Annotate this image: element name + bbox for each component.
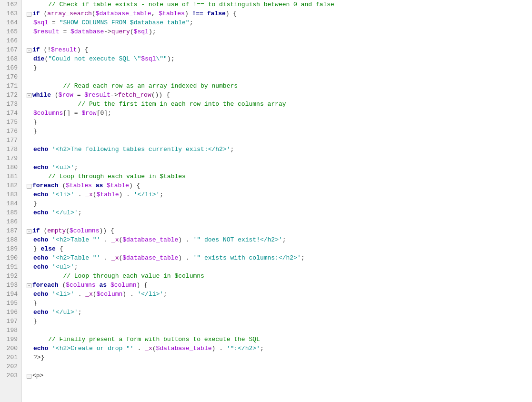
token-plain: [] = bbox=[63, 109, 81, 118]
token-cm: // Loop through each value in $tables bbox=[33, 172, 186, 181]
token-plain bbox=[203, 9, 207, 18]
token-plain: ) bbox=[185, 9, 192, 18]
line-number: 191 bbox=[2, 262, 18, 271]
token-str: '":</h2>' bbox=[227, 344, 260, 353]
line-number: 195 bbox=[2, 299, 18, 308]
line-number: 202 bbox=[2, 362, 18, 371]
token-fn: fetch_row bbox=[118, 90, 151, 100]
line-number: 186 bbox=[2, 217, 18, 226]
code-editor: 1621631641651661671681691701711721731741… bbox=[0, 0, 532, 402]
token-plain: } bbox=[33, 299, 37, 308]
line-number: 174 bbox=[2, 109, 18, 118]
fold-marker[interactable]: - bbox=[27, 45, 31, 54]
token-plain bbox=[103, 181, 107, 190]
line-number: 165 bbox=[2, 27, 18, 36]
code-line: echo '<h2>The following tables currently… bbox=[27, 145, 532, 154]
token-plain: <p> bbox=[32, 371, 43, 380]
token-plain: ( bbox=[40, 226, 48, 235]
code-line bbox=[27, 72, 532, 81]
token-plain bbox=[96, 281, 100, 290]
fold-marker[interactable]: - bbox=[27, 371, 31, 380]
line-number: 185 bbox=[2, 208, 18, 217]
code-line: } else { bbox=[27, 244, 532, 253]
code-line: echo '<li>' . _x($table) . '</li>'; bbox=[27, 190, 532, 199]
token-var: $columns bbox=[70, 226, 99, 235]
code-line: -foreach ($columns as $column) { bbox=[27, 281, 532, 290]
line-number: 162 bbox=[2, 0, 18, 9]
token-plain: } bbox=[41, 353, 45, 362]
token-kw: echo bbox=[33, 145, 48, 154]
token-cm: // Check if table exists - note use of !… bbox=[33, 0, 334, 9]
token-str: '<h2>The following tables currently exis… bbox=[52, 145, 230, 154]
code-line: echo '<ul>'; bbox=[27, 163, 532, 172]
token-cm: // Read each row as an array indexed by … bbox=[33, 81, 238, 90]
token-plain bbox=[48, 190, 52, 199]
line-number: 192 bbox=[2, 271, 18, 281]
token-var: $sql bbox=[141, 54, 156, 63]
token-plain: ( bbox=[59, 181, 66, 190]
line-number: 182 bbox=[2, 181, 18, 190]
code-line: } bbox=[27, 63, 532, 72]
code-area[interactable]: // Check if table exists - note use of !… bbox=[22, 0, 532, 402]
token-var: $database bbox=[70, 27, 104, 36]
token-var: $database_table bbox=[122, 235, 178, 244]
code-line: echo '</ul>'; bbox=[27, 308, 532, 317]
fold-marker[interactable]: - bbox=[27, 9, 31, 18]
line-number: 166 bbox=[2, 36, 18, 45]
code-line bbox=[27, 154, 532, 163]
line-number: 178 bbox=[2, 145, 18, 154]
token-kw: as bbox=[99, 281, 107, 290]
code-line: $sql = "SHOW COLUMNS FROM $database_tabl… bbox=[27, 18, 532, 27]
token-plain: ; bbox=[74, 163, 78, 172]
token-plain: , bbox=[151, 9, 159, 18]
token-str: '" exists with columns:</h2>' bbox=[193, 253, 301, 262]
code-line bbox=[27, 136, 532, 145]
code-line: } bbox=[27, 317, 532, 326]
token-plain bbox=[48, 235, 52, 244]
token-plain: ) { bbox=[77, 45, 88, 54]
token-var: $row bbox=[81, 109, 96, 118]
code-line bbox=[27, 362, 532, 371]
fold-marker[interactable]: - bbox=[27, 226, 31, 235]
token-var: $database_table bbox=[156, 344, 212, 353]
token-kw: echo bbox=[33, 235, 48, 244]
token-str: '</ul>' bbox=[52, 308, 78, 317]
fold-marker[interactable]: - bbox=[27, 181, 31, 190]
line-number: 188 bbox=[2, 235, 18, 244]
token-str: '<ul>' bbox=[52, 163, 74, 172]
code-line: // Put the first item in each row into t… bbox=[27, 100, 532, 109]
code-line: echo '</ul>'; bbox=[27, 208, 532, 217]
line-number: 170 bbox=[2, 72, 18, 81]
token-plain: ?> bbox=[33, 353, 41, 362]
token-str: '<li>' bbox=[52, 290, 74, 299]
line-number: 171 bbox=[2, 81, 18, 90]
token-kw: echo bbox=[33, 163, 48, 172]
line-number: 194 bbox=[2, 290, 18, 299]
fold-marker[interactable]: - bbox=[27, 90, 31, 100]
token-plain: } bbox=[33, 199, 37, 208]
token-plain bbox=[48, 308, 52, 317]
code-line bbox=[27, 217, 532, 226]
token-fn: query bbox=[111, 27, 130, 36]
token-var: $result bbox=[84, 90, 110, 100]
fold-marker[interactable]: - bbox=[27, 281, 31, 290]
token-plain bbox=[48, 262, 52, 271]
token-kw: echo bbox=[33, 344, 48, 353]
token-var: $column bbox=[97, 290, 123, 299]
code-line: -if (!$result) { bbox=[27, 45, 532, 54]
code-line: } bbox=[27, 199, 532, 208]
token-plain: ); bbox=[167, 54, 175, 63]
line-number: 199 bbox=[2, 335, 18, 344]
token-var: $result bbox=[51, 45, 77, 54]
token-plain: ( bbox=[93, 290, 97, 299]
token-kw-false: false bbox=[207, 9, 226, 18]
token-var: $column bbox=[110, 281, 137, 290]
token-plain: ) . bbox=[122, 290, 137, 299]
token-plain: ; bbox=[282, 235, 286, 244]
line-number: 163 bbox=[2, 9, 18, 18]
code-line bbox=[27, 326, 532, 335]
token-kw: echo bbox=[33, 208, 48, 217]
code-line: die("Could not execute SQL \"$sql\""); bbox=[27, 54, 532, 63]
token-str: '<h2>Create or drop "' bbox=[52, 344, 134, 353]
token-plain: } bbox=[33, 118, 37, 127]
